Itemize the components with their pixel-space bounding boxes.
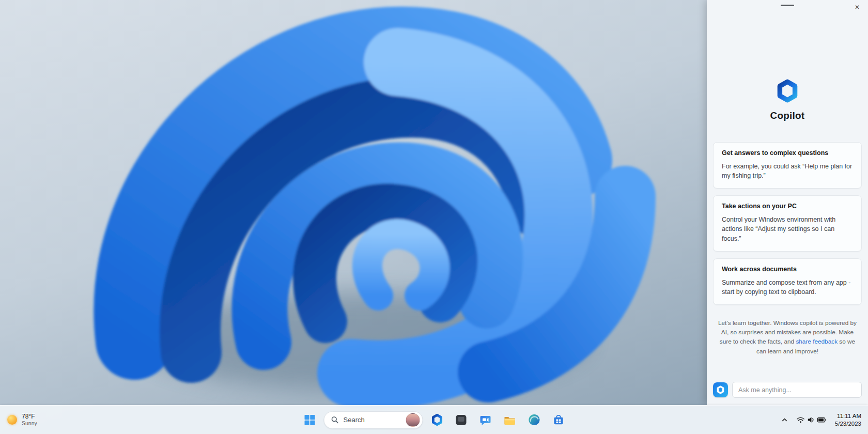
search-label: Search [344,416,401,424]
card-title: Work across documents [722,266,853,273]
taskbar-center: Search [300,406,569,434]
ask-me-anything-input[interactable] [732,382,862,398]
taskbar-copilot-button[interactable] [427,410,447,430]
copilot-panel: ✕ Copilot Get answers to complex questio… [707,0,868,405]
taskbar-chat-button[interactable] [475,410,496,430]
copilot-logo-icon [775,79,800,103]
page-title: Copilot [770,110,805,121]
system-tray: 11:11 AM 5/23/2023 [778,406,865,434]
start-button[interactable] [300,410,320,430]
taskbar: 78°F Sunny Search [0,405,868,434]
card-title: Take actions on your PC [722,203,853,210]
suggestion-cards: Get answers to complex questions For exa… [713,142,862,305]
card-body: For example, you could ask “Help me plan… [722,162,853,180]
minimize-handle-icon[interactable] [781,5,794,6]
card-complex-questions[interactable]: Get answers to complex questions For exa… [713,142,862,189]
sun-icon [7,415,17,425]
ai-disclaimer: Let’s learn together. Windows copilot is… [717,318,858,356]
card-take-actions[interactable]: Take actions on your PC Control your Win… [713,195,862,251]
weather-temperature: 78°F [22,413,37,420]
clock-date: 5/23/2023 [835,420,861,428]
copilot-chat-icon[interactable] [713,382,728,397]
card-body: Summarize and compose text from any app … [722,278,853,297]
wifi-icon [796,415,805,424]
microsoft-store-icon [552,413,565,426]
copilot-icon [430,413,443,426]
copilot-titlebar: ✕ [707,0,868,13]
widgets-weather-button[interactable]: 78°F Sunny [1,408,43,432]
edge-browser-icon [528,413,540,426]
chevron-up-icon [781,416,788,423]
folder-icon [503,413,517,427]
chat-input-row [707,382,868,405]
quick-settings-button[interactable] [793,410,830,430]
volume-icon [807,415,815,424]
search-daily-image-icon[interactable] [406,413,420,427]
share-feedback-link[interactable]: share feedback [796,338,838,345]
windows-logo-icon [304,414,316,426]
taskbar-edge-button[interactable] [524,410,545,430]
weather-condition: Sunny [22,420,37,427]
clock-time: 11:11 AM [835,412,861,420]
search-box[interactable]: Search [324,411,423,429]
card-title: Get answers to complex questions [722,149,853,157]
card-body: Control your Windows environment with ac… [722,215,853,243]
chat-icon [479,414,492,426]
task-view-icon [455,414,468,426]
taskbar-store-button[interactable] [548,410,569,430]
close-icon[interactable]: ✕ [850,2,864,13]
card-work-across-documents[interactable]: Work across documents Summarize and comp… [713,258,862,305]
taskbar-file-explorer-button[interactable] [500,410,520,430]
copilot-hero: Copilot [707,79,868,121]
search-icon [331,416,339,424]
hidden-icons-button[interactable] [778,410,792,430]
clock-and-date[interactable]: 11:11 AM 5/23/2023 [831,410,865,430]
battery-icon [817,415,827,424]
taskbar-task-view-button[interactable] [451,410,472,430]
